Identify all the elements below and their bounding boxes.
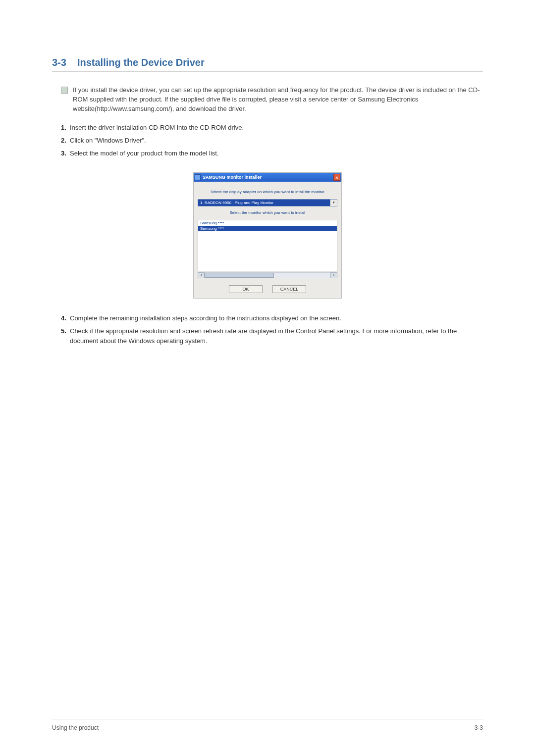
- page-footer: Using the product 3-3: [52, 719, 483, 731]
- installer-screenshot: SAMSUNG monitor installer × Select the d…: [52, 172, 483, 299]
- list-item[interactable]: Samsung ****: [198, 226, 337, 231]
- list-item[interactable]: Samsung ****: [198, 220, 337, 226]
- info-icon: [61, 87, 68, 94]
- step-item: Complete the remaining installation step…: [61, 313, 483, 323]
- installer-body: Select the display adapter on which you …: [194, 182, 341, 298]
- cancel-button[interactable]: CANCEL: [272, 285, 306, 293]
- steps-list: Insert the driver installation CD-ROM in…: [61, 123, 483, 158]
- titlebar: SAMSUNG monitor installer ×: [194, 173, 341, 182]
- scroll-track[interactable]: [205, 272, 330, 278]
- window-title: SAMSUNG monitor installer: [203, 175, 333, 180]
- close-icon[interactable]: ×: [333, 174, 340, 181]
- footer-right: 3-3: [475, 724, 483, 731]
- scroll-right-icon[interactable]: ›: [330, 272, 337, 278]
- step-item: Select the model of your product from th…: [61, 149, 483, 158]
- step-item: Check if the appropriate resolution and …: [61, 326, 483, 346]
- section-heading: 3-3 Installing the Device Driver: [52, 57, 483, 72]
- prompt-adapter: Select the display adapter on which you …: [198, 190, 337, 194]
- installer-window: SAMSUNG monitor installer × Select the d…: [193, 172, 342, 299]
- step-item: Click on "Windows Driver".: [61, 136, 483, 146]
- app-icon: [195, 174, 201, 180]
- footer-left: Using the product: [52, 724, 99, 731]
- step-item: Insert the driver installation CD-ROM in…: [61, 123, 483, 133]
- prompt-monitor: Select the monitor which you want to ins…: [198, 210, 337, 215]
- ok-button[interactable]: OK: [229, 285, 263, 293]
- scroll-thumb[interactable]: [205, 273, 274, 278]
- scroll-left-icon[interactable]: ‹: [198, 272, 205, 278]
- adapter-dropdown[interactable]: 1. RADEON 9550 : Plug and Play Monitor ▾: [198, 199, 337, 206]
- note-text: If you install the device driver, you ca…: [73, 86, 483, 114]
- section-title: Installing the Device Driver: [77, 57, 205, 68]
- adapter-selected: 1. RADEON 9550 : Plug and Play Monitor: [198, 199, 330, 206]
- horizontal-scrollbar[interactable]: ‹ ›: [198, 272, 337, 278]
- steps-list-continued: Complete the remaining installation step…: [61, 313, 483, 346]
- section-number: 3-3: [52, 57, 66, 68]
- button-row: OK CANCEL: [198, 285, 337, 293]
- chevron-down-icon[interactable]: ▾: [330, 199, 337, 206]
- note-block: If you install the device driver, you ca…: [61, 86, 483, 114]
- monitor-listbox[interactable]: Samsung **** Samsung ****: [198, 220, 337, 271]
